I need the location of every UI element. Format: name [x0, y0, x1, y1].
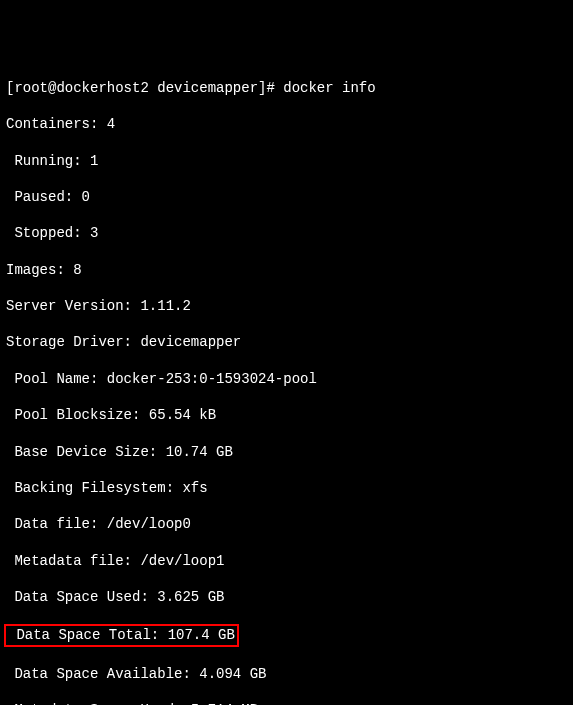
images-line: Images: 8 [6, 261, 567, 279]
storage-driver-line: Storage Driver: devicemapper [6, 333, 567, 351]
data-space-used-line: Data Space Used: 3.625 GB [6, 588, 567, 606]
pool-blocksize-line: Pool Blocksize: 65.54 kB [6, 406, 567, 424]
server-version-line: Server Version: 1.11.2 [6, 297, 567, 315]
backing-fs-line: Backing Filesystem: xfs [6, 479, 567, 497]
stopped-line: Stopped: 3 [6, 224, 567, 242]
paused-line: Paused: 0 [6, 188, 567, 206]
pool-name-line: Pool Name: docker-253:0-1593024-pool [6, 370, 567, 388]
data-space-total-highlight: Data Space Total: 107.4 GB [4, 624, 239, 646]
metadata-space-used-line: Metadata Space Used: 5.714 MB [6, 701, 567, 705]
base-device-size-line: Base Device Size: 10.74 GB [6, 443, 567, 461]
data-space-total-container: Data Space Total: 107.4 GB [6, 624, 567, 646]
data-file-line: Data file: /dev/loop0 [6, 515, 567, 533]
terminal-prompt-line: [root@dockerhost2 devicemapper]# docker … [6, 79, 567, 97]
data-space-avail-line: Data Space Available: 4.094 GB [6, 665, 567, 683]
running-line: Running: 1 [6, 152, 567, 170]
containers-line: Containers: 4 [6, 115, 567, 133]
metadata-file-line: Metadata file: /dev/loop1 [6, 552, 567, 570]
